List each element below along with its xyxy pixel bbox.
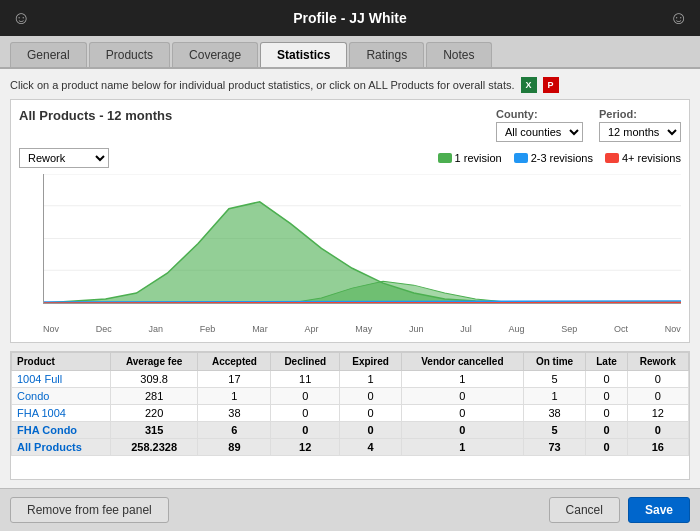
county-select[interactable]: All counties bbox=[496, 122, 583, 142]
tab-general[interactable]: General bbox=[10, 42, 87, 67]
title-icon-right: ☺ bbox=[670, 8, 688, 29]
chart-legend: 1 revision 2-3 revisions 4+ revisions bbox=[438, 152, 681, 164]
title-icon-left: ☺ bbox=[12, 8, 30, 29]
info-text: Click on a product name below for indivi… bbox=[10, 79, 515, 91]
legend-4plus-revisions: 4+ revisions bbox=[605, 152, 681, 164]
col-header-accepted: Accepted bbox=[198, 353, 271, 371]
tab-coverage[interactable]: Coverage bbox=[172, 42, 258, 67]
col-header-rework: Rework bbox=[627, 353, 688, 371]
footer-bar: Remove from fee panel Cancel Save bbox=[0, 488, 700, 531]
cell-product[interactable]: FHA 1004 bbox=[12, 405, 111, 422]
cell-total-late: 0 bbox=[586, 439, 627, 456]
cancel-button[interactable]: Cancel bbox=[549, 497, 620, 523]
cell-avg-fee: 281 bbox=[110, 388, 198, 405]
table-row: Condo 281 1 0 0 0 1 0 0 bbox=[12, 388, 689, 405]
legend-2-3-revisions-label: 2-3 revisions bbox=[531, 152, 593, 164]
cell-expired: 0 bbox=[340, 388, 402, 405]
chart-section: All Products - 12 months County: All cou… bbox=[10, 99, 690, 343]
cell-on-time: 38 bbox=[523, 405, 586, 422]
cell-total-declined: 12 bbox=[271, 439, 340, 456]
cell-accepted: 38 bbox=[198, 405, 271, 422]
table-totals-row: All Products 258.2328 89 12 4 1 73 0 16 bbox=[12, 439, 689, 456]
cell-late: 0 bbox=[586, 405, 627, 422]
cell-vendor-cancelled: 0 bbox=[402, 422, 523, 439]
tab-ratings[interactable]: Ratings bbox=[349, 42, 424, 67]
chart-plot-area: Nov Dec Jan Feb Mar Apr May Jun Jul Aug … bbox=[19, 174, 681, 334]
cell-expired: 0 bbox=[340, 405, 402, 422]
cell-vendor-cancelled: 1 bbox=[402, 371, 523, 388]
legend-1-revision: 1 revision bbox=[438, 152, 502, 164]
legend-1-revision-label: 1 revision bbox=[455, 152, 502, 164]
tab-notes[interactable]: Notes bbox=[426, 42, 491, 67]
cell-accepted: 17 bbox=[198, 371, 271, 388]
data-table-container: Product Average fee Accepted Declined Ex… bbox=[10, 351, 690, 480]
tab-bar: General Products Coverage Statistics Rat… bbox=[0, 36, 700, 69]
legend-2-3-revisions: 2-3 revisions bbox=[514, 152, 593, 164]
content-area: Click on a product name below for indivi… bbox=[0, 69, 700, 488]
table-row: FHA 1004 220 38 0 0 0 38 0 12 bbox=[12, 405, 689, 422]
cell-avg-fee: 309.8 bbox=[110, 371, 198, 388]
cell-product[interactable]: FHA Condo bbox=[12, 422, 111, 439]
window-title: Profile - JJ White bbox=[293, 10, 407, 26]
export-excel-icon[interactable]: X bbox=[521, 77, 537, 93]
cell-declined: 0 bbox=[271, 422, 340, 439]
legend-2-3-revisions-color bbox=[514, 153, 528, 163]
col-header-expired: Expired bbox=[340, 353, 402, 371]
cell-accepted: 6 bbox=[198, 422, 271, 439]
cell-avg-fee: 220 bbox=[110, 405, 198, 422]
tab-statistics[interactable]: Statistics bbox=[260, 42, 347, 67]
cell-on-time: 5 bbox=[523, 422, 586, 439]
info-row: Click on a product name below for indivi… bbox=[10, 77, 690, 93]
cell-total-product[interactable]: All Products bbox=[12, 439, 111, 456]
export-pdf-icon[interactable]: P bbox=[543, 77, 559, 93]
legend-1-revision-color bbox=[438, 153, 452, 163]
col-header-late: Late bbox=[586, 353, 627, 371]
cell-rework: 0 bbox=[627, 388, 688, 405]
statistics-table: Product Average fee Accepted Declined Ex… bbox=[11, 352, 689, 456]
cell-late: 0 bbox=[586, 422, 627, 439]
cell-total-expired: 4 bbox=[340, 439, 402, 456]
cell-total-on-time: 73 bbox=[523, 439, 586, 456]
cell-declined: 11 bbox=[271, 371, 340, 388]
cell-on-time: 5 bbox=[523, 371, 586, 388]
col-header-on-time: On time bbox=[523, 353, 586, 371]
table-row: 1004 Full 309.8 17 11 1 1 5 0 0 bbox=[12, 371, 689, 388]
chart-title: All Products - 12 months bbox=[19, 108, 172, 123]
cell-expired: 1 bbox=[340, 371, 402, 388]
cell-rework: 0 bbox=[627, 422, 688, 439]
footer-actions: Cancel Save bbox=[549, 497, 690, 523]
metric-select[interactable]: Rework bbox=[19, 148, 109, 168]
remove-from-panel-button[interactable]: Remove from fee panel bbox=[10, 497, 169, 523]
cell-total-rework: 16 bbox=[627, 439, 688, 456]
chart-header: All Products - 12 months County: All cou… bbox=[19, 108, 681, 142]
chart-canvas bbox=[43, 174, 681, 304]
title-bar: ☺ Profile - JJ White ☺ bbox=[0, 0, 700, 36]
cell-accepted: 1 bbox=[198, 388, 271, 405]
cell-total-vendor-cancelled: 1 bbox=[402, 439, 523, 456]
col-header-product: Product bbox=[12, 353, 111, 371]
period-select[interactable]: 12 months 6 months 3 months 1 month bbox=[599, 122, 681, 142]
county-control: County: All counties bbox=[496, 108, 583, 142]
legend-4plus-revisions-label: 4+ revisions bbox=[622, 152, 681, 164]
col-header-declined: Declined bbox=[271, 353, 340, 371]
col-header-vendor-cancelled: Vendor cancelled bbox=[402, 353, 523, 371]
period-control: Period: 12 months 6 months 3 months 1 mo… bbox=[599, 108, 681, 142]
cell-rework: 12 bbox=[627, 405, 688, 422]
cell-product[interactable]: 1004 Full bbox=[12, 371, 111, 388]
cell-total-avg-fee: 258.2328 bbox=[110, 439, 198, 456]
cell-total-accepted: 89 bbox=[198, 439, 271, 456]
cell-product[interactable]: Condo bbox=[12, 388, 111, 405]
x-axis: Nov Dec Jan Feb Mar Apr May Jun Jul Aug … bbox=[43, 324, 681, 334]
tab-products[interactable]: Products bbox=[89, 42, 170, 67]
save-button[interactable]: Save bbox=[628, 497, 690, 523]
cell-declined: 0 bbox=[271, 405, 340, 422]
cell-on-time: 1 bbox=[523, 388, 586, 405]
cell-vendor-cancelled: 0 bbox=[402, 405, 523, 422]
county-label: County: bbox=[496, 108, 583, 120]
legend-4plus-revisions-color bbox=[605, 153, 619, 163]
cell-expired: 0 bbox=[340, 422, 402, 439]
period-label: Period: bbox=[599, 108, 681, 120]
cell-late: 0 bbox=[586, 371, 627, 388]
cell-declined: 0 bbox=[271, 388, 340, 405]
chart-controls: County: All counties Period: 12 months 6… bbox=[496, 108, 681, 142]
